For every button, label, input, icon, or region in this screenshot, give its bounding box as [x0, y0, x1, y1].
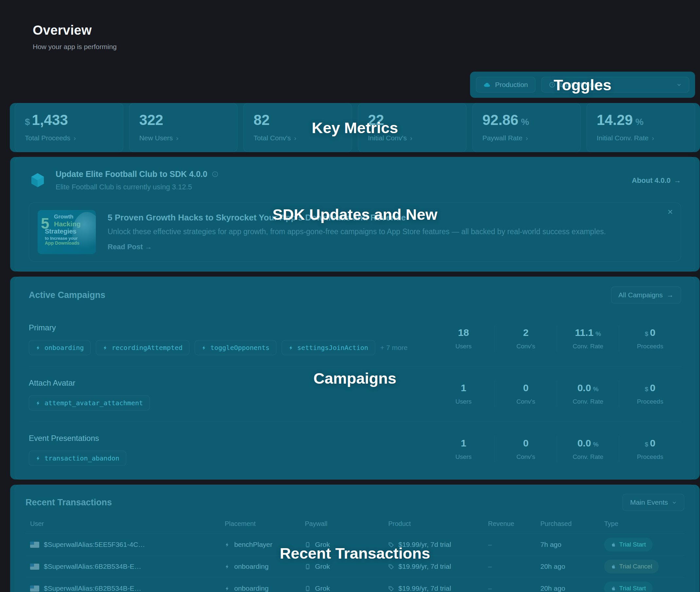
event-tag[interactable]: settingsJoinAction — [282, 340, 375, 355]
campaign-info: Attach Avatarattempt_avatar_attachment — [29, 377, 433, 410]
campaign-stat: 18Users — [433, 325, 495, 352]
close-icon[interactable]: × — [667, 207, 673, 216]
metric-card[interactable]: $1,433Total Proceeds› — [15, 103, 123, 152]
bolt-icon — [36, 401, 41, 405]
about-sdk-link[interactable]: About 4.0.0→ — [632, 176, 681, 185]
event-tag[interactable]: transaction_abandon — [29, 451, 126, 466]
time-range-dropdown[interactable]: Last 24 Hours — [541, 77, 689, 93]
environment-label: Production — [495, 81, 528, 89]
event-tag[interactable]: onboarding — [29, 340, 91, 355]
stat-label: Conv's — [495, 453, 557, 460]
campaign-stat: 2Conv's — [495, 325, 557, 352]
type-cell: Trial Start — [600, 534, 684, 555]
event-tag-label: toggleOpponents — [210, 344, 269, 352]
campaign-stat: 0.0%Conv. Rate — [557, 380, 619, 407]
user-alias: $SuperwallAlias:6B2B534B-E… — [44, 585, 141, 592]
event-tag[interactable]: toggleOpponents — [195, 340, 277, 355]
product-cell: $19.99/yr, 7d trial — [384, 581, 484, 592]
value-number: 0.0 — [577, 438, 591, 448]
transaction-row[interactable]: $SuperwallAlias:5EE5F361-4C…benchPlayerG… — [26, 534, 684, 556]
campaign-tags: attempt_avatar_attachment — [29, 395, 433, 410]
event-tag-label: recordingAttempted — [111, 344, 183, 352]
all-campaigns-button[interactable]: All Campaigns → — [611, 287, 681, 303]
currency-prefix: $ — [645, 441, 648, 448]
metrics-row: $1,433Total Proceeds›322New Users›82Tota… — [15, 103, 695, 152]
user-cell: $SuperwallAlias:6B2B534B-E… — [26, 559, 220, 574]
value-number: 1,433 — [32, 112, 68, 128]
stat-label: Proceeds — [619, 343, 681, 350]
transactions-heading: Recent Transactions — [26, 497, 112, 508]
value-number: 0 — [650, 327, 655, 338]
placement-cell: onboarding — [220, 581, 300, 592]
stat-label: Users — [433, 343, 495, 350]
metric-value: 22 — [368, 112, 456, 128]
bolt-icon — [36, 456, 41, 461]
product-cell: $19.99/yr, 7d trial — [384, 537, 484, 552]
info-icon[interactable] — [212, 171, 218, 177]
metric-card[interactable]: 82Total Conv's› — [243, 103, 352, 152]
value-number: 0 — [650, 382, 655, 393]
campaign-stat: 1Users — [433, 380, 495, 407]
metric-card[interactable]: 14.29%Initial Conv. Rate› — [587, 103, 695, 152]
metric-card[interactable]: 322New Users› — [129, 103, 238, 152]
metric-card[interactable]: 92.86%Paywall Rate› — [472, 103, 581, 152]
stat-value: $0 — [619, 438, 681, 449]
stat-value: 2 — [495, 327, 557, 338]
stat-label: Conv. Rate — [557, 398, 619, 405]
bolt-icon — [225, 586, 230, 591]
phone-icon — [305, 586, 310, 591]
environment-toggle[interactable]: Production — [476, 77, 536, 93]
metric-card[interactable]: 22Initial Conv's› — [358, 103, 466, 152]
user-cell: $SuperwallAlias:5EE5F361-4C… — [26, 537, 220, 552]
bolt-icon — [36, 345, 41, 350]
transaction-row[interactable]: $SuperwallAlias:6B2B534B-E…onboardingGro… — [26, 556, 684, 578]
campaign-stats: 1Users0Conv's0.0%Conv. Rate$0Proceeds — [433, 380, 681, 407]
chevron-right-icon: › — [526, 134, 528, 142]
currency-prefix: $ — [645, 330, 648, 337]
sdk-updates-section: Update Elite Football Club to SDK 4.0.0 … — [15, 157, 695, 272]
event-tag-label: settingsJoinAction — [297, 344, 368, 352]
paywall-name: Grok — [315, 541, 330, 548]
stat-label: Conv's — [495, 343, 557, 350]
sdk-update-subtitle: Elite Football Club is currently using 3… — [56, 183, 622, 191]
currency-prefix: $ — [25, 117, 30, 127]
main-events-dropdown[interactable]: Main Events — [622, 494, 684, 511]
blog-description: Unlock these effective strategies for ap… — [108, 227, 672, 236]
clock-icon — [549, 82, 555, 88]
sdk-update-banner: Update Elite Football Club to SDK 4.0.0 … — [29, 169, 681, 191]
metric-label: Total Conv's› — [253, 134, 342, 142]
event-tag-label: transaction_abandon — [45, 454, 119, 462]
chevron-down-icon — [677, 82, 682, 87]
purchased-cell: 20h ago — [536, 581, 600, 592]
chevron-down-icon — [672, 500, 677, 505]
event-tag[interactable]: recordingAttempted — [96, 340, 189, 355]
event-tag-label: onboarding — [45, 344, 84, 352]
blog-thumbnail[interactable]: 5 Growth Hacking Strategies to Increase … — [38, 210, 96, 254]
stat-value: 18 — [433, 327, 495, 338]
transaction-row[interactable]: $SuperwallAlias:6B2B534B-E…onboardingGro… — [26, 578, 684, 592]
metric-value: 14.29% — [597, 112, 685, 128]
paywall-cell: Grok — [300, 581, 384, 592]
blog-title: 5 Proven Growth Hacks to Skyrocket Your … — [108, 212, 672, 223]
stat-value: 1 — [433, 438, 495, 449]
transactions-table-header: User Placement Paywall Product Revenue P… — [26, 511, 684, 534]
stat-value: 0.0% — [557, 382, 619, 393]
campaign-stat: $0Proceeds — [619, 325, 681, 352]
metric-label: New Users› — [139, 134, 228, 142]
event-tag[interactable]: attempt_avatar_attachment — [29, 395, 150, 410]
apple-icon — [611, 542, 616, 547]
type-label: Trial Start — [619, 541, 646, 548]
thumb-number: 5 — [41, 214, 49, 232]
metric-label: Initial Conv's› — [368, 134, 456, 142]
stat-value: $0 — [619, 327, 681, 338]
campaign-name: Primary — [29, 323, 433, 332]
metric-value: 82 — [253, 112, 342, 128]
campaign-stats: 18Users2Conv's11.1%Conv. Rate$0Proceeds — [433, 325, 681, 352]
metric-value: 322 — [139, 112, 228, 128]
campaign-stat: 0Conv's — [495, 380, 557, 407]
value-number: 0.0 — [577, 382, 591, 393]
stat-label: Conv. Rate — [557, 453, 619, 460]
blog-texts: 5 Proven Growth Hacks to Skyrocket Your … — [108, 210, 672, 254]
paywall-name: Grok — [315, 562, 330, 571]
read-post-link[interactable]: Read Post → — [108, 243, 672, 251]
